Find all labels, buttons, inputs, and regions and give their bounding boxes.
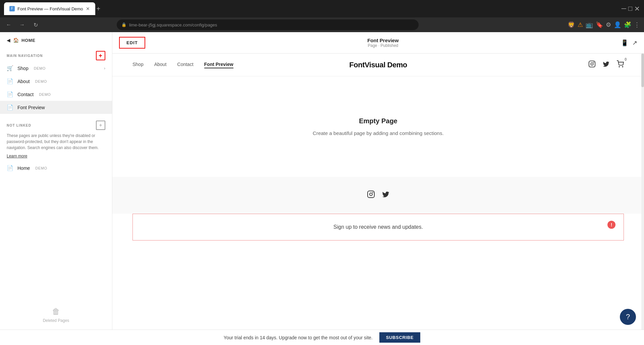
preview-footer bbox=[112, 177, 644, 214]
maximize-button[interactable]: □ bbox=[628, 5, 632, 13]
bookmark-icon[interactable]: 🔖 bbox=[596, 21, 603, 28]
preview-nav-font-preview[interactable]: Font Preview bbox=[204, 62, 233, 68]
squarespace-preview: Shop About Contact Font Preview FontVisu… bbox=[112, 54, 644, 330]
preview-nav-contact[interactable]: Contact bbox=[177, 62, 193, 68]
preview-cart-icon[interactable]: 0 bbox=[616, 60, 624, 69]
tab-title: Font Preview — FontVisual Demo bbox=[17, 6, 83, 11]
home-page-icon: 📄 bbox=[7, 165, 13, 171]
trash-icon: 🗑 bbox=[52, 307, 60, 316]
about-label: About bbox=[17, 79, 30, 84]
preview-nav-about[interactable]: About bbox=[154, 62, 167, 68]
top-bar-actions: 📱 ↗ bbox=[621, 39, 637, 47]
svg-point-6 bbox=[370, 193, 372, 196]
tab-close-btn[interactable]: ✕ bbox=[86, 6, 90, 11]
main-nav-section-header: MAIN NAVIGATION + bbox=[0, 48, 112, 62]
newsletter-text: Sign up to receive news and updates. bbox=[153, 224, 603, 230]
not-linked-section: NOT LINKED + These pages are public unle… bbox=[0, 114, 112, 159]
svg-point-3 bbox=[619, 66, 620, 67]
content-area: EDIT Font Preview Page · Published 📱 ↗ S… bbox=[112, 32, 644, 330]
minimize-button[interactable]: ─ bbox=[622, 5, 626, 13]
preview-instagram-icon[interactable] bbox=[588, 60, 596, 69]
font-preview-label: Font Preview bbox=[17, 105, 45, 110]
preview-brand: FontVisual Demo bbox=[349, 61, 407, 69]
shop-demo-badge: DEMO bbox=[34, 66, 46, 70]
preview-twitter-icon[interactable] bbox=[602, 60, 610, 69]
empty-page-desc: Create a beautiful page by adding and co… bbox=[313, 130, 443, 136]
edit-button[interactable]: EDIT bbox=[119, 37, 145, 49]
not-linked-header: NOT LINKED + bbox=[7, 121, 105, 130]
deleted-pages-label: Deleted Pages bbox=[43, 318, 69, 323]
sidebar: ◀ 🏠 HOME MAIN NAVIGATION + 🛒 Shop DEMO ›… bbox=[0, 32, 112, 330]
add-not-linked-button[interactable]: + bbox=[96, 121, 105, 130]
sidebar-item-font-preview[interactable]: 📄 Font Preview bbox=[0, 101, 112, 114]
forward-button[interactable]: → bbox=[17, 22, 27, 28]
newsletter-section: ! Sign up to receive news and updates. bbox=[132, 214, 624, 240]
back-button[interactable]: ← bbox=[4, 22, 13, 28]
active-tab[interactable]: F Font Preview — FontVisual Demo ✕ bbox=[4, 2, 95, 15]
not-linked-description: These pages are public unless they're di… bbox=[7, 133, 105, 151]
tab-bar: F Font Preview — FontVisual Demo ✕ + bbox=[4, 0, 616, 17]
add-page-button[interactable]: + bbox=[96, 51, 105, 60]
sidebar-item-about[interactable]: 📄 About DEMO bbox=[0, 75, 112, 88]
sidebar-item-contact[interactable]: 📄 Contact DEMO bbox=[0, 88, 112, 101]
not-linked-title: NOT LINKED bbox=[7, 124, 31, 127]
preview-nav-right: 0 bbox=[588, 60, 624, 69]
sidebar-item-shop[interactable]: 🛒 Shop DEMO › bbox=[0, 62, 112, 75]
page-title-area: Font Preview Page · Published bbox=[151, 38, 615, 48]
scrollbar-thumb[interactable] bbox=[641, 54, 644, 87]
svg-point-7 bbox=[372, 192, 373, 193]
svg-rect-5 bbox=[368, 191, 374, 198]
external-link-icon[interactable]: ↗ bbox=[632, 39, 637, 47]
footer-twitter-icon[interactable] bbox=[382, 190, 390, 200]
preview-scrollbar[interactable] bbox=[641, 54, 644, 330]
preview-nav-shop[interactable]: Shop bbox=[132, 62, 144, 68]
brave-icon[interactable]: 🦁 bbox=[568, 21, 575, 28]
contact-demo-badge: DEMO bbox=[39, 92, 51, 96]
newsletter-warning-icon: ! bbox=[607, 221, 615, 229]
sidebar-home-header[interactable]: ◀ 🏠 HOME bbox=[0, 32, 112, 48]
sidebar-item-home[interactable]: 📄 Home DEMO bbox=[0, 161, 112, 175]
shop-chevron-icon: › bbox=[104, 66, 105, 71]
trial-bar: Your trial ends in 14 days. Upgrade now … bbox=[0, 330, 644, 345]
footer-social-icons bbox=[367, 190, 390, 200]
shop-label: Shop bbox=[17, 66, 29, 71]
top-bar: EDIT Font Preview Page · Published 📱 ↗ bbox=[112, 32, 644, 54]
menu-icon[interactable]: ⋮ bbox=[634, 21, 640, 28]
home-label: HOME bbox=[21, 38, 36, 43]
extensions-icon[interactable]: 🧩 bbox=[624, 21, 631, 28]
close-button[interactable]: ✕ bbox=[634, 5, 640, 13]
help-button[interactable]: ? bbox=[620, 309, 636, 325]
trial-text: Your trial ends in 14 days. Upgrade now … bbox=[224, 335, 373, 340]
home-icon: 🏠 bbox=[13, 38, 19, 43]
page-status: Page · Published bbox=[151, 43, 615, 48]
cart-count: 0 bbox=[625, 58, 627, 61]
deleted-pages-section[interactable]: 🗑 Deleted Pages bbox=[0, 300, 112, 330]
empty-page-title: Empty Page bbox=[359, 117, 397, 125]
home-page-label: Home bbox=[17, 165, 30, 171]
preview-content: Empty Page Create a beautiful page by ad… bbox=[112, 76, 644, 177]
about-demo-badge: DEMO bbox=[35, 79, 47, 83]
browser-chrome: F Font Preview — FontVisual Demo ✕ + ─ □… bbox=[0, 0, 644, 17]
user-icon[interactable]: 👤 bbox=[614, 21, 621, 28]
cast-icon[interactable]: 📺 bbox=[586, 21, 593, 28]
refresh-button[interactable]: ↻ bbox=[31, 22, 40, 28]
contact-icon: 📄 bbox=[7, 91, 13, 97]
footer-instagram-icon[interactable] bbox=[367, 190, 375, 200]
tab-favicon: F bbox=[9, 6, 15, 11]
main-layout: ◀ 🏠 HOME MAIN NAVIGATION + 🛒 Shop DEMO ›… bbox=[0, 32, 644, 330]
learn-more-link[interactable]: Learn more bbox=[7, 154, 27, 158]
browser-extensions: 🦁 ⚠ 📺 🔖 ⚙ 👤 🧩 ⋮ bbox=[568, 21, 640, 28]
subscribe-button[interactable]: SUBSCRIBE bbox=[379, 332, 420, 343]
mobile-preview-icon[interactable]: 📱 bbox=[621, 39, 628, 47]
about-icon: 📄 bbox=[7, 78, 13, 84]
svg-rect-0 bbox=[589, 61, 595, 67]
address-bar[interactable]: 🔒 lime-bear-j5gj.squarespace.com/config/… bbox=[117, 19, 419, 30]
extension1-icon[interactable]: ⚙ bbox=[606, 21, 611, 28]
svg-point-4 bbox=[622, 66, 623, 67]
new-tab-button[interactable]: + bbox=[97, 5, 101, 13]
shop-icon: 🛒 bbox=[7, 65, 13, 71]
warning-icon: ⚠ bbox=[578, 21, 583, 28]
back-arrow-icon: ◀ bbox=[7, 38, 10, 43]
preview-nav: Shop About Contact Font Preview FontVisu… bbox=[112, 54, 644, 76]
preview-nav-links: Shop About Contact Font Preview bbox=[132, 62, 233, 68]
